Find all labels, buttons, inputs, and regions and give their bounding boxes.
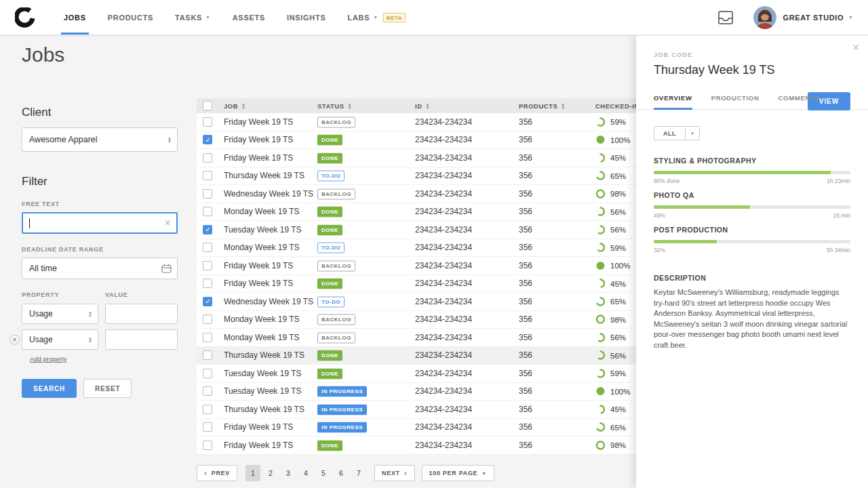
col-id[interactable]: ID ▲▼: [415, 102, 430, 110]
row-checkbox[interactable]: [203, 441, 212, 450]
job-name: Tuesday Week 19 TS: [224, 386, 302, 396]
job-id: 234234-234234: [415, 207, 472, 216]
status-badge: DONE: [317, 135, 342, 146]
reset-button[interactable]: RESET: [83, 379, 132, 398]
job-name: Friday Week 19 TS: [224, 261, 293, 270]
tab-comments[interactable]: COMMENTS: [778, 88, 820, 109]
row-checkbox[interactable]: [203, 189, 212, 199]
products-count: 356: [519, 350, 532, 360]
property-select-value: Usage: [29, 309, 53, 319]
all-filter-select[interactable]: ALL ▼: [654, 126, 700, 140]
avatar[interactable]: [753, 6, 776, 29]
property-value-input[interactable]: [105, 329, 178, 350]
deadline-range-input[interactable]: All time: [22, 258, 178, 279]
phase-time-label: 5h 34min: [827, 247, 850, 253]
page-2[interactable]: 2: [263, 465, 278, 481]
row-checkbox[interactable]: [203, 207, 212, 216]
nav-item-jobs[interactable]: JOBS: [53, 0, 97, 35]
remove-property-icon[interactable]: [9, 335, 20, 345]
row-checkbox[interactable]: [203, 422, 212, 432]
value-label: VALUE: [105, 291, 127, 298]
page-4[interactable]: 4: [298, 465, 313, 481]
close-icon[interactable]: ✕: [852, 42, 860, 53]
col-status[interactable]: STATUS ▲▼: [317, 102, 352, 110]
page-6[interactable]: 6: [334, 465, 349, 481]
col-job[interactable]: JOB ▲▼: [224, 102, 246, 110]
row-checkbox[interactable]: [203, 243, 212, 252]
clear-icon[interactable]: ✕: [164, 218, 171, 228]
row-checkbox[interactable]: [203, 135, 212, 144]
products-count: 356: [519, 261, 532, 270]
client-select-value: Awesome Apparel: [29, 135, 98, 144]
nav-item-products[interactable]: PRODUCTS: [97, 0, 164, 35]
products-count: 356: [519, 297, 532, 306]
products-count: 356: [519, 243, 532, 252]
description-text: Keytar McSweeney's Williamsburg, readyma…: [654, 287, 850, 350]
products-count: 356: [519, 171, 532, 180]
status-badge: IN PROGRESS: [317, 422, 367, 433]
row-checkbox[interactable]: [203, 153, 212, 163]
logo-icon[interactable]: [15, 7, 35, 28]
nav-item-assets[interactable]: ASSETS: [222, 0, 276, 35]
page-5[interactable]: 5: [316, 465, 331, 481]
col-products[interactable]: PRODUCTS ▲▼: [519, 102, 566, 110]
nav-item-label: TASKS: [175, 14, 202, 22]
checked-in-progress-icon: [595, 332, 606, 342]
row-checkbox[interactable]: [203, 405, 212, 414]
nav-item-labs[interactable]: LABS ▼ BETA: [336, 0, 416, 35]
chevron-down-icon: ▼: [848, 15, 853, 20]
checked-in-percent: 56%: [610, 351, 626, 359]
status-badge: BACKLOG: [317, 314, 355, 325]
prev-button[interactable]: ‹ PREV: [197, 465, 237, 481]
property-value-input[interactable]: [105, 304, 178, 324]
checked-in-percent: 98%: [610, 441, 626, 449]
next-button[interactable]: NEXT ›: [374, 465, 415, 481]
select-updown-icon: ▲▼: [88, 337, 92, 343]
row-checkbox[interactable]: [203, 333, 212, 342]
row-checkbox[interactable]: [203, 279, 212, 288]
page-7[interactable]: 7: [351, 465, 366, 481]
status-badge: DONE: [317, 350, 342, 361]
row-checkbox[interactable]: [203, 117, 212, 127]
text-caret: [29, 218, 30, 228]
status-badge: DONE: [317, 368, 342, 379]
nav-item-tasks[interactable]: TASKS ▼: [164, 0, 222, 35]
production-phase: PHOTO QA 49% 15 min: [654, 191, 850, 219]
tab-production[interactable]: PRODUCTION: [711, 88, 760, 109]
row-checkbox[interactable]: [203, 225, 212, 235]
status-badge: BACKLOG: [317, 260, 355, 271]
tab-overview[interactable]: OVERVIEW: [654, 88, 692, 109]
row-checkbox[interactable]: [203, 314, 212, 324]
checked-in-percent: 98%: [610, 190, 626, 198]
per-page-select[interactable]: 100 PER PAGE ▼: [422, 465, 494, 481]
phase-name: PHOTO QA: [654, 191, 850, 199]
studio-name[interactable]: GREAT STUDIO: [783, 14, 844, 22]
free-text-input[interactable]: [30, 218, 159, 228]
row-checkbox[interactable]: [203, 369, 212, 378]
job-id: 234234-234234: [415, 261, 472, 270]
job-name: Friday Week 19 TS: [224, 117, 293, 127]
select-all-checkbox[interactable]: [203, 101, 212, 110]
row-checkbox[interactable]: [203, 171, 212, 180]
inbox-icon[interactable]: [718, 11, 733, 24]
page-1[interactable]: 1: [245, 465, 260, 481]
client-select[interactable]: Awesome Apparel ▲▼: [22, 127, 178, 152]
row-checkbox[interactable]: [203, 350, 212, 360]
nav-item-insights[interactable]: INSIGHTS: [276, 0, 337, 35]
add-property-link[interactable]: Add property: [30, 355, 66, 363]
row-checkbox[interactable]: [203, 386, 212, 396]
job-id: 234234-234234: [415, 135, 472, 144]
row-checkbox[interactable]: [203, 261, 212, 270]
products-count: 356: [519, 405, 532, 414]
search-button[interactable]: SEARCH: [22, 379, 77, 398]
checked-in-progress-icon: [595, 440, 606, 450]
phase-name: STYLING & PHOTOGRAPHY: [654, 157, 850, 165]
checked-in-progress-icon: [595, 296, 606, 306]
phase-time-label: 1h 23min: [827, 178, 850, 184]
row-checkbox[interactable]: [203, 297, 212, 306]
job-name: Wednesday Week 19 TS: [224, 189, 313, 199]
checked-in-progress-icon: [595, 243, 606, 253]
property-select[interactable]: Usage ▲▼: [22, 304, 98, 324]
property-select[interactable]: Usage ▲▼: [22, 329, 98, 350]
page-3[interactable]: 3: [281, 465, 296, 481]
